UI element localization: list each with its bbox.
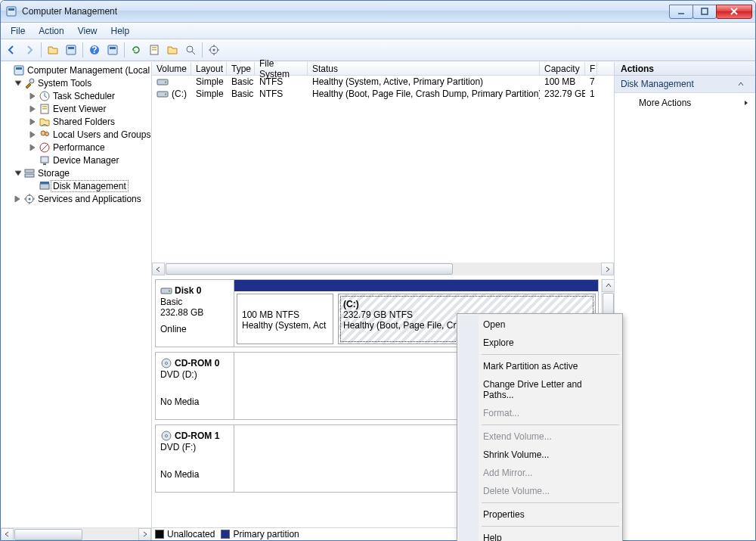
cell: Simple <box>191 76 227 87</box>
menu-help[interactable]: Help <box>104 24 137 38</box>
hscroll-thumb[interactable] <box>166 263 453 275</box>
hscroll-left-icon[interactable] <box>1 528 14 541</box>
tree-item-0-1[interactable]: Event Viewer <box>1 102 151 115</box>
help-button[interactable]: ? <box>86 42 103 58</box>
settings-button[interactable] <box>206 42 222 58</box>
refresh-button[interactable] <box>128 42 144 58</box>
close-button[interactable] <box>716 5 752 19</box>
disk-size: 232.88 GB <box>160 307 229 318</box>
tree-item-1-0[interactable]: Disk Management <box>1 179 151 192</box>
disk-info[interactable]: Disk 0Basic232.88 GBOnline <box>156 280 234 347</box>
disk-status: No Media <box>160 396 229 407</box>
expand-icon[interactable] <box>14 195 22 203</box>
legend-item: Unallocated <box>155 529 215 539</box>
disk-type: DVD (D:) <box>160 369 229 380</box>
menu-separator <box>482 502 619 503</box>
tree-group-1[interactable]: Storage <box>1 166 151 179</box>
services-icon <box>23 193 36 205</box>
menu-item-mark-partition-as-active[interactable]: Mark Partition as Active <box>459 357 621 375</box>
expand-icon[interactable] <box>29 92 37 100</box>
collapse-icon[interactable] <box>14 169 22 177</box>
context-menu: OpenExploreMark Partition as ActiveChang… <box>457 313 623 541</box>
cell: NTFS <box>255 89 308 99</box>
hscroll-right-icon[interactable] <box>601 263 614 275</box>
tree-item-0-3[interactable]: Local Users and Groups <box>1 128 151 141</box>
volume-row[interactable]: SimpleBasicNTFSHealthy (System, Active, … <box>152 76 614 88</box>
menu-file[interactable]: File <box>4 24 32 38</box>
legend-label: Unallocated <box>167 529 215 539</box>
tools-icon <box>23 77 36 89</box>
tree-label: Shared Folders <box>53 117 115 127</box>
partition-bar <box>234 280 598 291</box>
volume-columns: VolumeLayoutTypeFile SystemStatusCapacit… <box>152 62 614 76</box>
column-file-system[interactable]: File System <box>255 62 308 75</box>
legend-item: Primary partition <box>221 529 299 539</box>
column-type[interactable]: Type <box>227 62 255 75</box>
nav-back-button[interactable] <box>3 42 20 58</box>
expand-icon[interactable] <box>29 131 37 138</box>
volume-icon <box>156 88 169 100</box>
expand-icon[interactable] <box>29 105 37 113</box>
disk-type: DVD (F:) <box>160 442 229 452</box>
cell: Simple <box>191 89 227 99</box>
partition[interactable]: 100 MB NTFSHealthy (System, Act <box>237 294 333 344</box>
tree-root[interactable]: Computer Management (Local <box>1 64 151 76</box>
export-list-button[interactable] <box>146 42 163 58</box>
menu-item-change-drive-letter-and-paths[interactable]: Change Drive Letter and Paths... <box>459 375 621 404</box>
hscroll-left-icon[interactable] <box>152 263 165 275</box>
column-f[interactable]: F <box>585 62 597 75</box>
hdd-icon <box>160 284 172 297</box>
svg-rect-24 <box>702 8 708 14</box>
open-folder-button[interactable] <box>164 42 181 58</box>
nav-forward-button[interactable] <box>21 42 38 58</box>
title-bar: Computer Management <box>1 1 755 23</box>
tree-item-0-5[interactable]: Device Manager <box>1 154 151 166</box>
expand-icon <box>29 157 37 164</box>
menu-item-open[interactable]: Open <box>459 316 621 334</box>
hscroll-right-icon[interactable] <box>138 528 151 541</box>
expand-icon[interactable] <box>29 144 37 151</box>
tree-hscrollbar[interactable] <box>1 527 151 540</box>
up-button[interactable] <box>45 42 61 58</box>
menu-item-properties[interactable]: Properties <box>459 505 621 524</box>
menu-view[interactable]: View <box>71 24 104 38</box>
volume-row[interactable]: (C:)SimpleBasicNTFSHealthy (Boot, Page F… <box>152 88 614 100</box>
properties-button[interactable] <box>63 42 79 58</box>
actions-section-label: Disk Management <box>621 79 694 89</box>
actions-section[interactable]: Disk Management <box>615 76 755 93</box>
menu-item-help[interactable]: Help <box>459 529 621 541</box>
twist-spacer <box>4 67 11 74</box>
mgmt-icon <box>13 64 25 76</box>
cd-icon <box>160 357 172 369</box>
show-hide-tree-button[interactable] <box>104 42 121 58</box>
vscroll-up-icon[interactable] <box>602 279 614 292</box>
column-capacity[interactable]: Capacity <box>540 62 585 75</box>
collapse-icon <box>737 80 745 88</box>
hscroll-thumb[interactable] <box>14 529 82 540</box>
minimize-button[interactable] <box>669 5 693 19</box>
tree-group-2[interactable]: Services and Applications <box>1 192 151 205</box>
tree-item-0-0[interactable]: Task Scheduler <box>1 89 151 102</box>
column-status[interactable]: Status <box>308 62 540 75</box>
menu-action[interactable]: Action <box>32 24 70 38</box>
column-volume[interactable]: Volume <box>152 62 191 75</box>
tree-group-0[interactable]: System Tools <box>1 76 151 89</box>
tree-item-0-4[interactable]: Performance <box>1 141 151 154</box>
expand-icon[interactable] <box>29 118 37 126</box>
tree-pane: Computer Management (LocalSystem ToolsTa… <box>1 62 152 540</box>
tree-item-0-2[interactable]: Shared Folders <box>1 115 151 128</box>
maximize-button[interactable] <box>692 5 717 19</box>
disk-info[interactable]: CD-ROM 0DVD (D:)No Media <box>156 353 234 419</box>
column-layout[interactable]: Layout <box>191 62 227 75</box>
menu-item-shrink-volume[interactable]: Shrink Volume... <box>459 446 621 464</box>
menu-item-explore[interactable]: Explore <box>459 334 621 352</box>
svg-point-27 <box>187 46 193 52</box>
collapse-icon[interactable] <box>14 79 22 87</box>
menu-item-format: Format... <box>459 404 621 422</box>
volume-hscrollbar[interactable] <box>152 263 614 275</box>
actions-item[interactable]: More Actions <box>615 93 755 113</box>
svg-line-28 <box>192 51 195 54</box>
search-button[interactable] <box>182 42 199 58</box>
device-icon <box>39 154 51 166</box>
disk-info[interactable]: CD-ROM 1DVD (F:)No Media <box>156 425 234 492</box>
